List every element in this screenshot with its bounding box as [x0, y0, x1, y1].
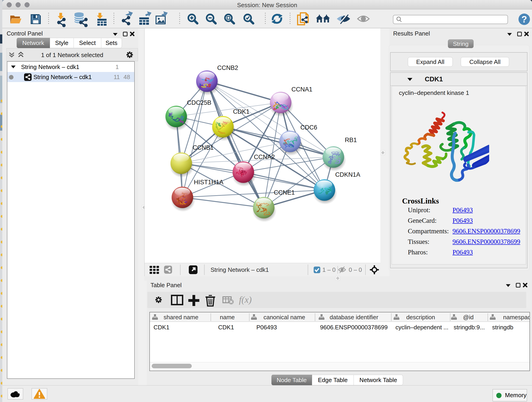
svg-text:CCNB2: CCNB2 — [217, 64, 238, 71]
svg-text:description: description — [406, 314, 435, 321]
svg-text:shared name: shared name — [164, 314, 198, 321]
svg-text:@id: @id — [463, 314, 474, 321]
svg-text:CCNA2: CCNA2 — [254, 153, 275, 160]
svg-text:CDK1: CDK1 — [233, 108, 249, 115]
svg-text:database identifier: database identifier — [330, 314, 379, 321]
svg-text:String Network – cdk1: String Network – cdk1 — [210, 266, 269, 273]
svg-text:CDC25B: CDC25B — [187, 99, 211, 106]
svg-text:namespace: namespace — [503, 314, 530, 321]
svg-text:CCNB1: CCNB1 — [193, 144, 214, 151]
svg-text:CCNA1: CCNA1 — [291, 86, 312, 93]
svg-text:HIST1H1A: HIST1H1A — [194, 179, 223, 186]
svg-text:0 – 0: 0 – 0 — [349, 266, 362, 273]
svg-text:f(x): f(x) — [239, 294, 252, 305]
svg-text:CDKN1A: CDKN1A — [335, 171, 360, 178]
svg-text:CDC6: CDC6 — [300, 124, 317, 131]
svg-text:RB1: RB1 — [345, 137, 357, 143]
svg-text:name: name — [220, 314, 234, 321]
svg-text:canonical name: canonical name — [264, 314, 305, 321]
svg-text:?: ? — [521, 14, 527, 24]
svg-text:1 – 0: 1 – 0 — [322, 266, 336, 273]
svg-text:CCNE1: CCNE1 — [274, 189, 295, 196]
